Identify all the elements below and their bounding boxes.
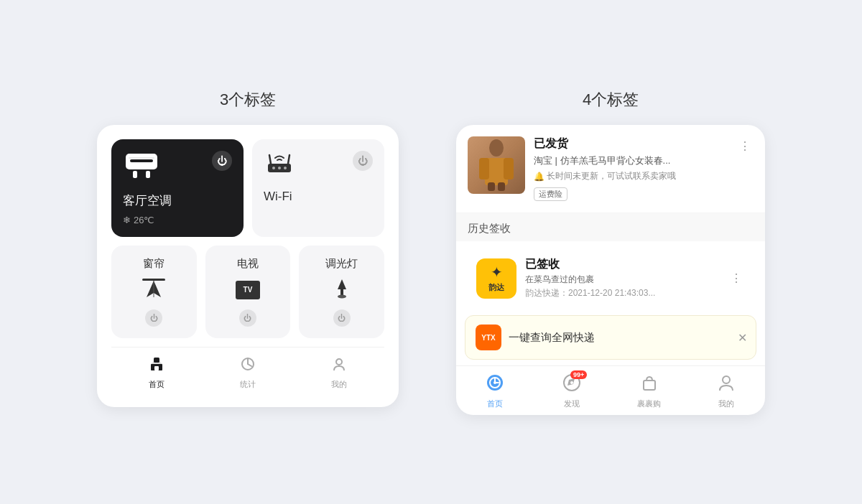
discover-icon: 99+ — [562, 373, 581, 396]
nav-item-home-right[interactable]: 首页 — [456, 373, 534, 409]
nav-label-home-right: 首页 — [487, 398, 503, 409]
nav-label-mine-right: 我的 — [718, 398, 734, 409]
tv-icon: TV — [236, 281, 260, 299]
svg-rect-23 — [504, 158, 514, 179]
svg-rect-22 — [479, 158, 489, 179]
svg-point-32 — [723, 376, 730, 383]
nav-item-mine[interactable]: 我的 — [293, 356, 384, 390]
svg-rect-3 — [146, 171, 150, 178]
nav-item-shop[interactable]: 裹裹购 — [611, 373, 688, 409]
top-device-grid: ⏻ 客厅空调 ❄ 26℃ — [111, 139, 384, 237]
lamp-device-card[interactable]: 调光灯 ⏻ — [299, 246, 384, 338]
lamp-name: 调光灯 — [325, 257, 358, 271]
ac-power-button[interactable]: ⏻ — [212, 151, 232, 171]
ac-icon — [123, 151, 160, 184]
package-image-inner — [468, 136, 525, 194]
tv-device-card[interactable]: 电视 TV ⏻ — [205, 246, 291, 338]
svg-rect-25 — [498, 182, 505, 191]
home-icon-right — [486, 373, 504, 396]
signed-status: 已签收 — [525, 257, 719, 272]
bell-icon: 🔔 — [534, 172, 544, 182]
nav-label-stats: 统计 — [240, 379, 256, 390]
svg-rect-4 — [129, 157, 154, 159]
shop-icon — [640, 373, 659, 396]
lamp-icon — [330, 276, 353, 304]
nav-item-home[interactable]: 首页 — [111, 356, 203, 390]
ad-close-button[interactable]: ✕ — [738, 331, 747, 345]
ac-device-status: ❄ 26℃ — [123, 215, 232, 225]
tv-power-button[interactable]: ⏻ — [239, 309, 256, 327]
ac-device-card[interactable]: ⏻ 客厅空调 ❄ 26℃ — [111, 139, 244, 237]
stats-icon — [240, 356, 256, 376]
tv-name: 电视 — [237, 257, 259, 271]
snowflake-icon: ❄ — [123, 215, 131, 225]
right-bottom-nav: 首页 99+ 发现 — [456, 365, 765, 415]
shipped-item: 已发货 淘宝 | 仿羊羔毛马甲背心女装春... 🔔 长时间未更新，可试试联系卖家… — [456, 125, 765, 213]
svg-point-28 — [493, 381, 496, 384]
svg-point-20 — [489, 139, 504, 157]
shipped-note: 🔔 长时间未更新，可试试联系卖家哦 — [534, 170, 728, 182]
discover-badge: 99+ — [570, 370, 587, 379]
shipped-title: 淘宝 | 仿羊羔毛马甲背心女装春... — [534, 154, 728, 167]
signed-time: 韵达快递：2021-12-20 21:43:03... — [525, 287, 719, 299]
wifi-device-card[interactable]: ⏻ Wi-Fi — [252, 139, 384, 237]
history-header: 历史签收 — [456, 213, 765, 241]
mine-icon-right — [717, 373, 736, 396]
left-bottom-nav: 首页 统计 — [111, 347, 384, 393]
ad-text: 一键查询全网快递 — [509, 331, 595, 345]
svg-rect-31 — [644, 381, 655, 390]
nav-label-discover: 发现 — [564, 398, 580, 409]
left-phone-card: ⏻ 客厅空调 ❄ 26℃ — [97, 125, 399, 407]
courier-star-icon: ✦ — [491, 263, 503, 281]
svg-rect-24 — [488, 182, 495, 191]
curtain-icon — [141, 277, 167, 303]
shipped-tag: 运费险 — [534, 187, 728, 201]
main-container: 3个标签 — [97, 89, 765, 415]
mine-icon — [331, 356, 347, 376]
package-image — [468, 136, 525, 194]
shipped-status: 已发货 — [534, 136, 728, 151]
nav-item-stats[interactable]: 统计 — [203, 356, 294, 390]
signed-desc: 在菜鸟查过的包裹 — [525, 274, 719, 286]
svg-rect-11 — [142, 279, 165, 281]
wifi-power-button[interactable]: ⏻ — [353, 151, 373, 171]
nav-item-discover[interactable]: 99+ 发现 — [534, 373, 611, 409]
shipped-more-button[interactable]: ⋮ — [736, 136, 754, 156]
nav-label-mine: 我的 — [331, 379, 347, 390]
svg-point-7 — [278, 167, 281, 169]
bottom-device-row: 窗帘 ⏻ 电视 TV — [111, 246, 384, 338]
courier-logo-name: 韵达 — [488, 282, 504, 293]
wifi-icon — [264, 151, 295, 181]
signed-item: ✦ 韵达 已签收 在菜鸟查过的包裹 韵达快递：2021-12-20 21:43:… — [465, 247, 756, 309]
right-section: 4个标签 — [456, 89, 765, 415]
nav-label-shop: 裹裹购 — [637, 398, 661, 409]
left-section-title: 3个标签 — [220, 89, 276, 111]
home-icon — [149, 356, 164, 376]
ac-device-name: 客厅空调 — [123, 192, 232, 209]
svg-rect-1 — [130, 159, 153, 162]
ac-card-header: ⏻ — [123, 151, 232, 184]
curtain-device-card[interactable]: 窗帘 ⏻ — [111, 246, 197, 338]
svg-point-19 — [336, 359, 342, 365]
svg-point-6 — [272, 167, 275, 169]
nav-item-mine-right[interactable]: 我的 — [688, 373, 766, 409]
nav-label-home: 首页 — [149, 379, 164, 390]
right-phone-card: 已发货 淘宝 | 仿羊羔毛马甲背心女装春... 🔔 长时间未更新，可试试联系卖家… — [456, 125, 765, 415]
lamp-power-button[interactable]: ⏻ — [333, 309, 351, 327]
svg-rect-2 — [133, 171, 137, 178]
svg-point-14 — [338, 294, 346, 298]
right-section-title: 4个标签 — [583, 89, 639, 111]
ad-banner: YTX 一键查询全网快递 ✕ — [465, 315, 756, 360]
svg-point-8 — [284, 167, 287, 169]
package-info: 已发货 淘宝 | 仿羊羔毛马甲背心女装春... 🔔 长时间未更新，可试试联系卖家… — [534, 136, 728, 201]
svg-point-30 — [570, 381, 573, 384]
curtain-name: 窗帘 — [143, 257, 164, 271]
signed-more-button[interactable]: ⋮ — [728, 269, 745, 288]
curtain-power-button[interactable]: ⏻ — [145, 309, 162, 327]
svg-line-10 — [288, 155, 289, 164]
signed-info: 已签收 在菜鸟查过的包裹 韵达快递：2021-12-20 21:43:03... — [525, 257, 719, 299]
ad-logo: YTX — [476, 325, 501, 350]
svg-rect-17 — [154, 366, 159, 370]
left-section: 3个标签 — [97, 89, 399, 407]
wifi-card-header: ⏻ — [264, 151, 373, 181]
